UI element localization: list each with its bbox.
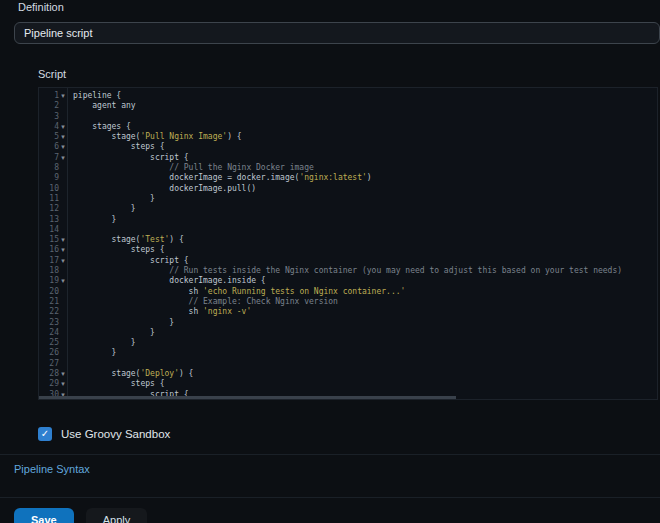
fold-spacer: [59, 348, 67, 358]
code-line[interactable]: 28▾ stage('Deploy') {: [39, 369, 657, 379]
code-line[interactable]: 24 }: [39, 328, 657, 338]
horizontal-scrollbar[interactable]: [39, 396, 456, 399]
fold-spacer: [59, 173, 67, 183]
code-line[interactable]: 26 }: [39, 348, 657, 358]
code-line[interactable]: 4▾ stages {: [39, 122, 657, 132]
code-line[interactable]: 9 dockerImage = docker.image('nginx:late…: [39, 173, 657, 183]
save-button[interactable]: Save: [14, 508, 74, 523]
fold-spacer: [59, 328, 67, 338]
gutter-divider: [67, 88, 68, 399]
fold-icon[interactable]: ▾: [59, 91, 67, 101]
code-line[interactable]: 5▾ stage('Pull Nginx Image') {: [39, 132, 657, 142]
code-line[interactable]: 16▾ steps {: [39, 245, 657, 255]
code-line[interactable]: 8 // Pull the Nginx Docker image: [39, 163, 657, 173]
line-number: 7: [39, 153, 59, 163]
code-line[interactable]: 7▾ script {: [39, 153, 657, 163]
code-line[interactable]: 19▾ dockerImage.inside {: [39, 276, 657, 286]
code-line[interactable]: 3: [39, 112, 657, 122]
code-line[interactable]: 29▾ steps {: [39, 379, 657, 389]
code-line[interactable]: 18 // Run tests inside the Nginx contain…: [39, 266, 657, 276]
code-text: stages {: [67, 122, 131, 132]
code-line[interactable]: 11 }: [39, 194, 657, 204]
code-line[interactable]: 15▾ stage('Test') {: [39, 235, 657, 245]
line-number: 25: [39, 338, 59, 348]
code-text: // Run tests inside the Nginx container …: [67, 266, 622, 276]
code-line[interactable]: 6▾ steps {: [39, 142, 657, 152]
fold-spacer: [59, 163, 67, 173]
line-number: 3: [39, 112, 59, 122]
code-line[interactable]: 22 sh 'nginx -v': [39, 307, 657, 317]
fold-icon[interactable]: ▾: [59, 276, 67, 286]
line-number: 10: [39, 184, 59, 194]
code-text: script {: [67, 256, 189, 266]
code-text: agent any: [67, 101, 136, 111]
fold-icon[interactable]: ▾: [59, 122, 67, 132]
line-number: 5: [39, 132, 59, 142]
code-line[interactable]: 1▾pipeline {: [39, 91, 657, 101]
line-number: 4: [39, 122, 59, 132]
fold-icon[interactable]: ▾: [59, 256, 67, 266]
line-number: 17: [39, 256, 59, 266]
fold-spacer: [59, 204, 67, 214]
fold-spacer: [59, 215, 67, 225]
line-number: 15: [39, 235, 59, 245]
code-line[interactable]: 21 // Example: Check Nginx version: [39, 297, 657, 307]
fold-icon[interactable]: ▾: [59, 235, 67, 245]
fold-icon[interactable]: ▾: [59, 153, 67, 163]
code-lines: 1▾pipeline {2 agent any3 4▾ stages {5▾ s…: [39, 91, 657, 400]
groovy-sandbox-checkbox[interactable]: ✓: [38, 427, 52, 441]
definition-label: Definition: [18, 1, 660, 13]
line-number: 12: [39, 204, 59, 214]
code-line[interactable]: 10 dockerImage.pull(): [39, 184, 657, 194]
fold-spacer: [59, 359, 67, 369]
code-line[interactable]: 2 agent any: [39, 101, 657, 111]
fold-icon[interactable]: ▾: [59, 245, 67, 255]
line-number: 24: [39, 328, 59, 338]
line-number: 21: [39, 297, 59, 307]
code-line[interactable]: 20 sh 'echo Running tests on Nginx conta…: [39, 287, 657, 297]
fold-spacer: [59, 297, 67, 307]
code-line[interactable]: 17▾ script {: [39, 256, 657, 266]
code-text: stage('Pull Nginx Image') {: [67, 132, 242, 142]
definition-select[interactable]: Pipeline script: [14, 22, 660, 44]
definition-select-value: Pipeline script: [24, 27, 92, 39]
fold-spacer: [59, 307, 67, 317]
line-number: 8: [39, 163, 59, 173]
line-number: 19: [39, 276, 59, 286]
pipeline-script-editor[interactable]: 1▾pipeline {2 agent any3 4▾ stages {5▾ s…: [38, 87, 658, 400]
fold-spacer: [59, 194, 67, 204]
code-line[interactable]: 23 }: [39, 318, 657, 328]
code-text: pipeline {: [67, 91, 121, 101]
fold-spacer: [59, 338, 67, 348]
code-text: dockerImage.pull(): [67, 184, 256, 194]
fold-spacer: [59, 184, 67, 194]
code-text: steps {: [67, 142, 165, 152]
fold-icon[interactable]: ▾: [59, 369, 67, 379]
action-bar: Save Apply: [0, 497, 660, 523]
line-number: 6: [39, 142, 59, 152]
pipeline-syntax-link[interactable]: Pipeline Syntax: [14, 463, 90, 475]
line-number: 11: [39, 194, 59, 204]
code-line[interactable]: 12 }: [39, 204, 657, 214]
code-text: // Example: Check Nginx version: [67, 297, 338, 307]
code-text: [67, 112, 78, 122]
code-text: dockerImage.inside {: [67, 276, 266, 286]
code-text: }: [67, 215, 116, 225]
fold-icon[interactable]: ▾: [59, 132, 67, 142]
groovy-sandbox-label[interactable]: Use Groovy Sandbox: [61, 428, 170, 440]
fold-icon[interactable]: ▾: [59, 142, 67, 152]
code-text: sh 'nginx -v': [67, 307, 251, 317]
line-number: 13: [39, 215, 59, 225]
code-text: }: [67, 204, 136, 214]
code-text: stage('Deploy') {: [67, 369, 193, 379]
line-number: 23: [39, 318, 59, 328]
code-line[interactable]: 13 }: [39, 215, 657, 225]
line-number: 14: [39, 225, 59, 235]
fold-spacer: [59, 318, 67, 328]
fold-icon[interactable]: ▾: [59, 379, 67, 389]
fold-spacer: [59, 287, 67, 297]
apply-button[interactable]: Apply: [86, 508, 148, 523]
code-line[interactable]: 14: [39, 225, 657, 235]
code-line[interactable]: 25 }: [39, 338, 657, 348]
code-line[interactable]: 27: [39, 359, 657, 369]
